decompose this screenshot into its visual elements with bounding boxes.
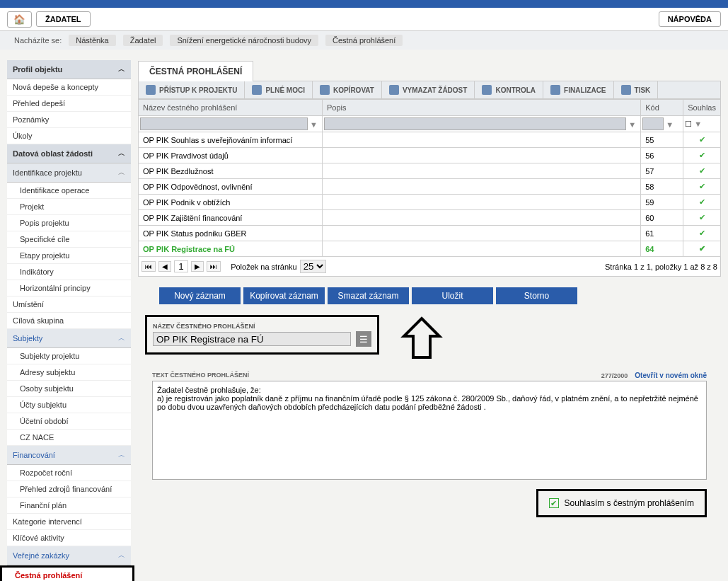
- filter-icon[interactable]: ▼: [310, 120, 318, 129]
- chevron-up-icon: ︿: [118, 64, 125, 74]
- sidebar-item-cilova-skupina[interactable]: Cílová skupina: [7, 313, 131, 329]
- agree-label: Souhlasím s čestným prohlášením: [565, 498, 694, 508]
- napoveda-button[interactable]: NÁPOVĚDA: [659, 11, 721, 27]
- sidebar: Profil objektu︿ Nová depeše a koncepty P…: [7, 50, 131, 581]
- sidebar-section-identifikace[interactable]: Identifikace projektu︿: [7, 163, 131, 183]
- tool-pristup[interactable]: PŘÍSTUP K PROJEKTU: [139, 81, 245, 98]
- sidebar-item-umisteni[interactable]: Umístění: [7, 297, 131, 313]
- open-new-window[interactable]: Otevřít v novém okně: [635, 372, 707, 379]
- storno-button[interactable]: Storno: [496, 287, 577, 304]
- pager: ⏮ ◀ ▶ ⏭ Položek na stránku 25 Stránka 1 …: [138, 257, 721, 277]
- sidebar-section-zakazky[interactable]: Veřejné zakázky︿: [7, 546, 131, 565]
- filter-icon[interactable]: ▼: [628, 120, 636, 129]
- chevron-up-icon: ︿: [118, 149, 125, 159]
- breadcrumb-item[interactable]: Čestná prohlášení: [325, 35, 403, 46]
- filter-souhlas-checkbox[interactable]: ☐: [685, 120, 692, 128]
- breadcrumb-item[interactable]: Nástěnka: [69, 35, 115, 46]
- check-icon: ✔: [683, 179, 721, 195]
- sidebar-item-indikatory[interactable]: Indikátory: [7, 264, 131, 280]
- pager-next[interactable]: ▶: [191, 261, 204, 272]
- table-row[interactable]: OP PIK Zajištění financování60✔: [139, 210, 721, 226]
- copy-icon: [320, 85, 330, 95]
- table-row[interactable]: OP PIK Bezdlužnost57✔: [139, 163, 721, 179]
- table-row[interactable]: OP PIK Podnik v obtížích59✔: [139, 195, 721, 210]
- sidebar-item-prehled-depesi[interactable]: Přehled depeší: [7, 96, 131, 112]
- agree-checkbox[interactable]: ✔: [549, 498, 559, 508]
- col-souhlas[interactable]: Souhlas: [683, 100, 721, 116]
- sidebar-item-osoby[interactable]: Osoby subjektu: [7, 381, 131, 397]
- sidebar-item-projekt[interactable]: Projekt: [7, 199, 131, 215]
- pager-first[interactable]: ⏮: [141, 261, 156, 272]
- nazev-input[interactable]: [153, 332, 351, 346]
- filter-icon[interactable]: ▼: [666, 120, 674, 129]
- filter-icon[interactable]: ▼: [694, 120, 702, 128]
- novy-zaznam-button[interactable]: Nový záznam: [159, 287, 241, 304]
- sidebar-item-ucetni-obdobi[interactable]: Účetní období: [7, 413, 131, 430]
- sidebar-section-profil[interactable]: Profil objektu︿: [7, 60, 131, 79]
- check-icon: ✔: [683, 226, 721, 241]
- sidebar-item-rozpocet[interactable]: Rozpočet roční: [7, 465, 131, 481]
- sidebar-item-financni-plan[interactable]: Finanční plán: [7, 497, 131, 514]
- sidebar-section-subjekty[interactable]: Subjekty︿: [7, 329, 131, 348]
- toolbar: PŘÍSTUP K PROJEKTU PLNÉ MOCI KOPÍROVAT V…: [138, 81, 721, 99]
- col-popis[interactable]: Popis: [323, 100, 641, 116]
- table-row[interactable]: OP PIK Registrace na FÚ64✔: [139, 241, 721, 257]
- filter-kod[interactable]: [642, 117, 664, 130]
- table-row[interactable]: OP PIK Status podniku GBER61✔: [139, 226, 721, 241]
- breadcrumb-item[interactable]: Snížení energetické náročnosti budovy: [170, 35, 318, 46]
- tool-finalizace[interactable]: FINALIZACE: [543, 81, 613, 98]
- pager-perpage-select[interactable]: 25: [300, 260, 326, 273]
- col-kod[interactable]: Kód: [641, 100, 683, 116]
- tool-kontrola[interactable]: KONTROLA: [475, 81, 543, 98]
- table-row[interactable]: OP PIK Odpovědnost, ovlivnění58✔: [139, 179, 721, 195]
- delete-icon: [389, 85, 399, 95]
- breadcrumb: Nacházíte se: Nástěnka Žadatel Snížení e…: [0, 31, 728, 50]
- envelope-icon: [252, 85, 262, 95]
- list-button[interactable]: ☰: [356, 331, 371, 347]
- sidebar-item-cestna-prohlaseni[interactable]: Čestná prohlášení: [2, 568, 132, 581]
- tab-cestna-prohlaseni: ČESTNÁ PROHLÁŠENÍ: [138, 61, 253, 81]
- check-icon: ✔: [683, 241, 721, 257]
- ulozit-button[interactable]: Uložit: [412, 287, 493, 304]
- check-icon: ✔: [683, 195, 721, 210]
- chevron-up-icon: ︿: [118, 450, 125, 460]
- sidebar-item-ucty[interactable]: Účty subjektu: [7, 397, 131, 413]
- zadatel-button[interactable]: ŽADATEL: [36, 11, 91, 27]
- table-row[interactable]: OP PIK Pravdivost údajů56✔: [139, 148, 721, 163]
- sidebar-item-prehled-zdroju[interactable]: Přehled zdrojů financování: [7, 481, 131, 497]
- sidebar-item-ukoly[interactable]: Úkoly: [7, 128, 131, 144]
- pager-page-input[interactable]: [174, 260, 188, 272]
- sidebar-item-cznace[interactable]: CZ NACE: [7, 430, 131, 446]
- home-button[interactable]: 🏠: [7, 11, 32, 28]
- sidebar-section-financovani[interactable]: Financování︿: [7, 446, 131, 465]
- char-counter: 277/2000: [601, 372, 628, 379]
- sidebar-item-klicove-aktivity[interactable]: Klíčové aktivity: [7, 530, 131, 546]
- sidebar-item-poznamky[interactable]: Poznámky: [7, 112, 131, 128]
- text-prohlaseni-textarea[interactable]: Žadatel čestně prohlašuje, že: a) je reg…: [152, 381, 707, 480]
- chevron-up-icon: ︿: [118, 333, 125, 343]
- sidebar-item-popis-projektu[interactable]: Popis projektu: [7, 215, 131, 231]
- tool-tisk[interactable]: TISK: [614, 81, 659, 98]
- sidebar-item-etapy[interactable]: Etapy projektu: [7, 248, 131, 264]
- sidebar-item-horizontalni[interactable]: Horizontální principy: [7, 280, 131, 297]
- sidebar-item-identifikace-operace[interactable]: Identifikace operace: [7, 183, 131, 199]
- breadcrumb-item[interactable]: Žadatel: [123, 35, 163, 46]
- sidebar-item-kategorie[interactable]: Kategorie intervencí: [7, 514, 131, 530]
- tool-plne-moci[interactable]: PLNÉ MOCI: [245, 81, 313, 98]
- pager-prev[interactable]: ◀: [158, 261, 171, 272]
- smazat-zaznam-button[interactable]: Smazat záznam: [328, 287, 409, 304]
- sidebar-section-datova[interactable]: Datová oblast žádosti︿: [7, 144, 131, 163]
- sidebar-item-depese-koncepty[interactable]: Nová depeše a koncepty: [7, 79, 131, 96]
- kopirovat-zaznam-button[interactable]: Kopírovat záznam: [243, 287, 325, 304]
- tool-vymazat[interactable]: VYMAZAT ŽÁDOST: [382, 81, 475, 98]
- filter-popis[interactable]: [324, 117, 626, 130]
- table-row[interactable]: OP PIK Souhlas s uveřejňováním informací…: [139, 132, 721, 148]
- filter-nazev[interactable]: [140, 117, 308, 130]
- col-nazev[interactable]: Název čestného prohlášení: [139, 100, 323, 116]
- pager-last[interactable]: ⏭: [207, 261, 221, 272]
- pager-info: Stránka 1 z 1, položky 1 až 8 z 8: [605, 263, 717, 271]
- sidebar-item-specificke-cile[interactable]: Specifické cíle: [7, 231, 131, 248]
- sidebar-item-subjekty-projektu[interactable]: Subjekty projektu: [7, 348, 131, 364]
- tool-kopirovat[interactable]: KOPÍROVAT: [313, 81, 382, 98]
- sidebar-item-adresy[interactable]: Adresy subjektu: [7, 364, 131, 381]
